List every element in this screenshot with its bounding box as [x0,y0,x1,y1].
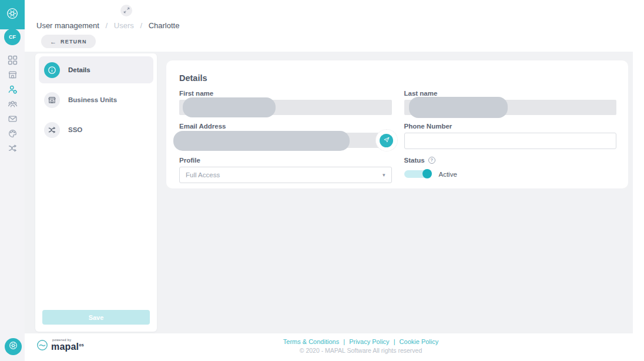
status-value: Active [439,171,457,178]
messages-icon[interactable] [8,114,18,124]
chevron-down-icon: ▾ [383,172,385,178]
redaction-blob [173,131,350,151]
app-logo-button[interactable] [0,0,25,29]
content-area: Details Business Units [25,52,633,333]
tab-business-units[interactable]: Business Units [39,86,153,113]
terms-link[interactable]: Terms & Conditions [283,338,339,345]
user-avatar[interactable]: CF [4,29,21,45]
phone-label: Phone Number [404,123,617,130]
status-label: Status [404,157,425,164]
status-toggle-row: Active [404,170,617,178]
expand-button[interactable] [120,5,132,16]
return-button[interactable]: ← RETURN [41,35,96,48]
copyright-text: © 2020 - MAPAL Software All rights reser… [78,347,644,354]
email-field-group: Email Address [179,123,392,149]
breadcrumb: User management / Users / Charlotte [36,21,179,30]
paper-plane-icon [383,136,390,145]
mapal-logo: powered by mapalos [36,339,84,352]
storefront-icon [44,92,60,108]
mapal-gear-badge [5,338,22,355]
phone-field-group: Phone Number [404,123,617,149]
email-input [179,133,392,148]
status-toggle[interactable] [404,170,431,178]
help-icon[interactable]: ? [428,157,435,164]
last-name-input [404,100,617,115]
phone-input[interactable] [404,133,617,149]
profile-select[interactable]: Full Access ▾ [179,167,392,183]
arrow-left-icon: ← [50,38,56,45]
icon-rail: CF [0,0,25,361]
privacy-link[interactable]: Privacy Policy [349,338,389,345]
breadcrumb-separator: / [106,21,108,30]
save-button[interactable]: Save [42,310,150,325]
details-form: First name Last name Email Address [179,90,616,183]
tab-details-label: Details [68,66,90,73]
legal-block: Terms & Conditions | Privacy Policy | Co… [78,338,644,354]
last-name-field-group: Last name [404,90,617,115]
user-management-app: CF [0,0,644,361]
send-email-halo [375,129,398,151]
first-name-input [179,100,392,115]
gear-bubble-logo-icon [8,340,18,353]
profile-label: Profile [179,157,392,164]
tab-sso-label: SSO [68,126,82,133]
last-name-label: Last name [404,90,617,97]
expand-icon [123,6,130,15]
breadcrumb-current-user: Charlotte [149,21,180,30]
user-tabs-panel: Details Business Units [35,53,157,332]
user-management-icon[interactable] [8,85,18,95]
footer: powered by mapalos Terms & Conditions | … [25,333,644,361]
form-title: Details [179,73,207,83]
send-email-button[interactable] [380,134,393,147]
legal-links: Terms & Conditions | Privacy Policy | Co… [78,338,644,345]
rail-nav [0,55,25,153]
breadcrumb-users[interactable]: Users [114,21,134,30]
dashboard-icon[interactable] [8,55,18,65]
info-icon [44,62,60,78]
link-separator: | [343,338,345,345]
profile-field-group: Profile Full Access ▾ [179,157,392,183]
tab-business-units-label: Business Units [68,96,117,103]
breadcrumb-separator: / [140,21,142,30]
status-label-row: Status ? [404,157,617,164]
link-separator: | [394,338,395,345]
toggle-knob [422,169,432,178]
email-label: Email Address [179,123,392,130]
shuffle-icon [44,122,60,138]
integrations-icon[interactable] [8,143,18,153]
details-form-card: Details First name Last name [166,60,628,188]
cookie-link[interactable]: Cookie Policy [400,338,439,345]
email-row [179,133,392,148]
breadcrumb-user-management[interactable]: User management [36,21,99,30]
appearance-icon[interactable] [8,129,18,139]
first-name-label: First name [179,90,392,97]
avatar-initials: CF [9,34,16,40]
first-name-field-group: First name [179,90,392,115]
return-button-label: RETURN [61,39,87,45]
gear-bubble-logo-icon [5,6,19,23]
mapal-wave-icon [36,339,48,351]
tab-sso[interactable]: SSO [39,116,153,143]
profile-selected-value: Full Access [186,171,220,178]
business-units-icon[interactable] [8,70,18,80]
redaction-blob [183,97,276,117]
tab-details[interactable]: Details [39,56,153,83]
redaction-blob [409,97,508,118]
status-field-group: Status ? Active [404,157,617,183]
teams-icon[interactable] [8,99,18,109]
